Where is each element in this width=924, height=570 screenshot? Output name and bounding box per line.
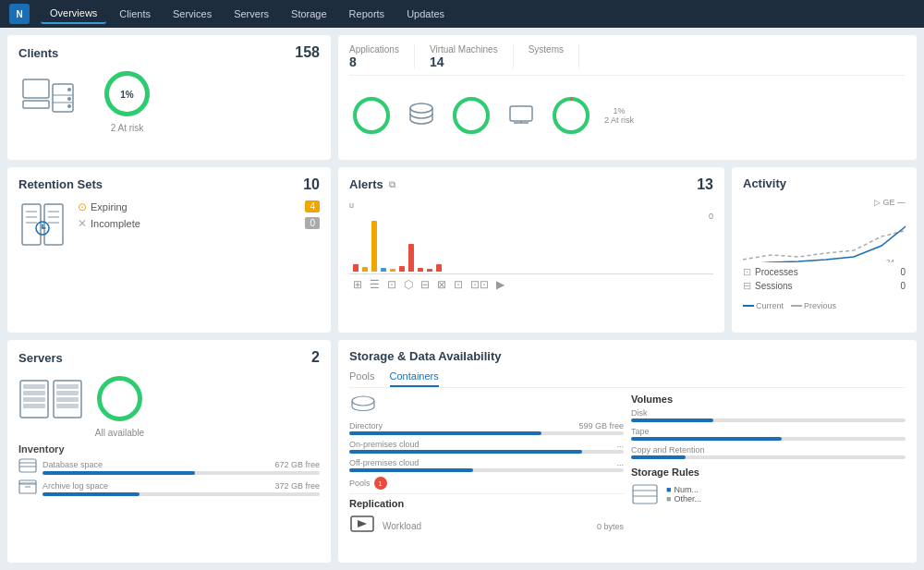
svg-point-13: [410, 103, 432, 113]
apps-donuts-row: 1% 2 At risk: [349, 81, 906, 151]
activity-title: Activity: [743, 176, 786, 190]
pools-badge: 1: [374, 477, 387, 490]
storage-rules-title: Storage Rules: [631, 467, 906, 478]
svg-point-15: [455, 99, 488, 132]
clients-donut-wrap: 1% 2 At risk: [102, 68, 152, 133]
alerts-y-label: 0: [709, 212, 713, 221]
svg-rect-0: [23, 79, 49, 98]
servers-title: Servers: [18, 351, 63, 365]
vm-title: Virtual Machines: [430, 44, 498, 55]
vm-donut: [449, 93, 493, 138]
sessions-label: Sessions: [755, 281, 793, 291]
nav-servers[interactable]: Servers: [225, 5, 278, 23]
workload-icon: [349, 513, 375, 540]
row-2: Retention Sets 10: [7, 167, 917, 334]
archive-icon: [18, 479, 37, 497]
svg-rect-42: [56, 397, 79, 402]
clients-icon: [18, 75, 83, 127]
pools-row: Pools 1: [349, 477, 624, 490]
svg-point-6: [67, 97, 71, 101]
servers-count: 2: [311, 349, 320, 366]
volume-bar-2: [631, 455, 686, 459]
clients-header: Clients 158: [18, 44, 320, 61]
clients-body: 1% 2 At risk: [18, 68, 320, 133]
nav-overviews[interactable]: Overviews: [41, 4, 106, 24]
svg-point-5: [67, 88, 71, 91]
row-3: Servers 2: [7, 340, 917, 563]
clients-donut: 1%: [102, 68, 152, 119]
top-navigation: N Overviews Clients Services Servers Sto…: [0, 0, 924, 28]
row-1: Clients 158: [7, 35, 917, 160]
retention-header: Retention Sets 10: [18, 176, 320, 193]
nav-reports[interactable]: Reports: [340, 5, 395, 23]
svg-point-21: [554, 99, 588, 132]
process-icon: ⊡: [743, 266, 751, 278]
archive-bar: [43, 492, 140, 496]
workload-value: 0 bytes: [597, 522, 624, 531]
alerts-body: u: [349, 200, 713, 293]
svg-rect-49: [19, 480, 36, 484]
retention-title: Retention Sets: [18, 177, 103, 191]
ge-label: ▷ GE —: [874, 198, 906, 207]
archive-item: Archive log space 372 GB free: [18, 479, 320, 497]
retention-count: 10: [303, 176, 320, 193]
workload-row: Workload 0 bytes: [349, 513, 624, 540]
servers-card: Servers 2: [7, 340, 331, 563]
svg-rect-41: [56, 391, 79, 395]
alerts-title: Alerts: [349, 177, 383, 191]
volumes-title: Volumes: [631, 394, 906, 405]
app-db-icon: [405, 99, 438, 132]
processes-label: Processes: [755, 267, 798, 277]
svg-rect-48: [19, 483, 36, 493]
svg-point-51: [352, 396, 374, 406]
svg-rect-43: [56, 404, 79, 408]
nav-clients[interactable]: Clients: [110, 5, 160, 23]
activity-body: ▷ GE — 24 ⊡ Processe: [743, 198, 906, 310]
db-label: Database space 672 GB free: [43, 460, 320, 469]
clients-at-risk: 2 At risk: [111, 123, 144, 133]
task-processes-row: ⊡ Processes 0: [743, 266, 906, 278]
storage-header: Storage & Data Availability: [349, 349, 906, 363]
alerts-header: Alerts ⧉ 13: [349, 176, 713, 193]
apps-section: Applications 8: [349, 44, 415, 69]
svg-rect-45: [19, 459, 36, 472]
nav-storage[interactable]: Storage: [282, 5, 336, 23]
svg-rect-40: [56, 384, 79, 389]
activity-card: Activity ▷ GE — 24: [732, 167, 917, 334]
svg-rect-37: [23, 397, 45, 402]
apps-count: 8: [349, 55, 399, 69]
clients-percent: 1%: [120, 89, 133, 99]
nav-services[interactable]: Services: [164, 5, 221, 23]
alerts-popup-icon[interactable]: ⧉: [389, 179, 395, 190]
svg-rect-36: [23, 391, 45, 395]
applications-card: Applications 8 Virtual Machines 14 Syste…: [338, 35, 917, 160]
tab-pools[interactable]: Pools: [349, 370, 375, 387]
archive-label: Archive log space 372 GB free: [43, 481, 320, 491]
logo: N: [9, 4, 30, 24]
replication-section: Replication Workload 0 bytes: [349, 493, 624, 540]
vm-count: 14: [430, 55, 498, 69]
tab-containers[interactable]: Containers: [390, 370, 439, 387]
volume-bar-0: [631, 418, 713, 422]
servers-donut-wrap: All available: [94, 373, 145, 438]
sys-title: Systems: [529, 44, 564, 55]
activity-legend: Current Previous: [743, 301, 906, 310]
session-icon: ⊟: [743, 280, 751, 292]
clients-count: 158: [295, 44, 320, 61]
sys-section: Systems: [514, 44, 579, 69]
container-bar-2: [349, 468, 473, 472]
legend-current: Current: [756, 301, 784, 310]
main-content: Clients 158: [0, 28, 924, 570]
servers-icon: [18, 376, 83, 435]
nav-updates[interactable]: Updates: [397, 5, 454, 23]
sys-donut: [549, 93, 593, 138]
clients-card: Clients 158: [7, 35, 331, 160]
retention-card: Retention Sets 10: [7, 167, 331, 334]
archive-info: Archive log space 372 GB free: [43, 481, 320, 496]
retention-list: ⊙ Expiring 4 ✕ Incomplete 0: [78, 200, 320, 234]
storage-section: Directory 599 GB free On-premises cloud …: [349, 394, 906, 540]
db-icon: [18, 458, 37, 476]
alerts-x-label: u: [349, 200, 713, 210]
clients-title: Clients: [18, 46, 58, 60]
replication-title: Replication: [349, 498, 624, 509]
